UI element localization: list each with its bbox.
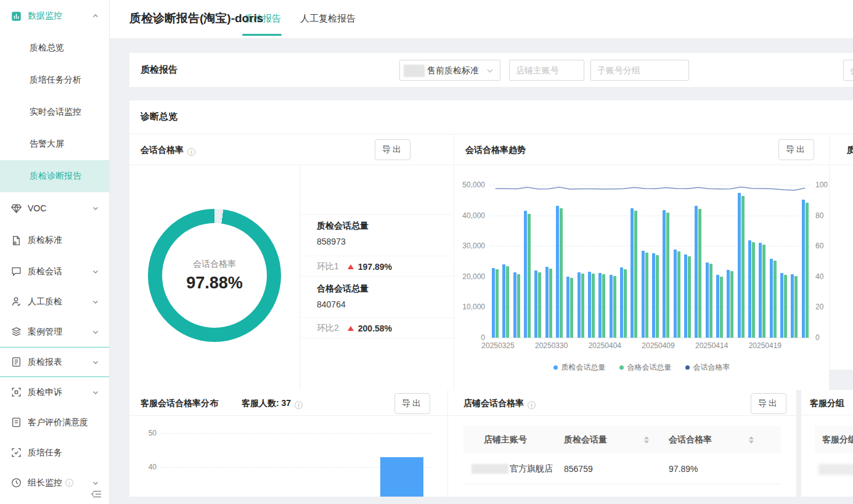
distribution-bar	[380, 457, 423, 497]
sidebar-item-质检诊断报告[interactable]: 质检诊断报告	[0, 160, 109, 192]
sidebar-item-告警大屏[interactable]: 告警大屏	[0, 128, 109, 160]
redacted-text	[471, 464, 508, 474]
clipped-card-title: 质	[847, 145, 853, 156]
export-button[interactable]: 导出	[375, 139, 410, 160]
x-axis-tick: 20250330	[530, 341, 573, 350]
compare-row: 环比1 197.89%	[317, 261, 392, 272]
sidebar: 数据监控质检总览质培任务分析实时会话监控告警大屏质检诊断报告VOC质检标准质检会…	[0, 0, 110, 504]
subaccount-group-input[interactable]	[590, 60, 689, 81]
sidebar-item-人工质检[interactable]: 人工质检	[0, 287, 109, 317]
y-axis-tick-left: 20,000	[454, 272, 485, 281]
sidebar-item-VOC[interactable]: VOC	[0, 192, 109, 224]
stat-label: 质检会话总量	[317, 221, 369, 232]
sidebar-item-label: 告警大屏	[30, 139, 64, 150]
sidebar-item-实时会话监控[interactable]: 实时会话监控	[0, 96, 109, 128]
sidebar-item-客户评价满意度[interactable]: 客户评价满意度	[0, 407, 109, 437]
divider	[801, 415, 853, 415]
legend-dot	[553, 365, 558, 370]
sidebar-item-质检标准[interactable]: 质检标准	[0, 224, 109, 256]
legend-dot	[619, 365, 624, 370]
info-icon[interactable]: i	[187, 148, 195, 156]
sort-icon[interactable]	[749, 436, 754, 444]
arrow-up-icon	[348, 326, 354, 331]
export-button[interactable]: 导出	[778, 139, 814, 160]
sidebar-item-label: 组长监控	[28, 478, 62, 489]
sort-icon[interactable]	[644, 436, 649, 444]
export-button[interactable]: 导出	[751, 393, 786, 414]
donut-value: 97.88%	[186, 274, 243, 293]
y-axis-tick-left: 50,000	[454, 181, 485, 189]
tab-manual-recheck-report[interactable]: 人工复检报告	[300, 13, 356, 25]
y-axis-tick: 50	[143, 429, 157, 437]
col-pass-rate: 会话合格率	[669, 434, 712, 445]
sidebar-item-label: 质检诊断报告	[30, 171, 81, 182]
pass-rate-line	[490, 185, 810, 338]
x-axis-tick: 20250414	[690, 341, 733, 350]
group-card-title: 客服分组	[810, 398, 844, 409]
chevron-down-icon	[92, 359, 99, 366]
sidebar-item-质培任务分析[interactable]: 质培任务分析	[0, 64, 109, 96]
y-axis-tick-left: 30,000	[454, 242, 485, 250]
shop-name: 官方旗舰店	[510, 463, 553, 474]
chevron-down-icon	[92, 389, 99, 396]
filter-panel: 质检报告 售前质检标准	[129, 53, 853, 87]
gridline	[490, 338, 810, 338]
table-row[interactable]: 官方旗舰店 856759 97.89%	[463, 453, 781, 484]
legend-dot	[685, 365, 690, 370]
sidebar-item-质检会话[interactable]: 质检会话	[0, 256, 109, 287]
arrow-up-icon	[348, 264, 354, 269]
filter-panel-title: 质检报告	[141, 64, 178, 76]
sidebar-item-数据监控[interactable]: 数据监控	[0, 0, 109, 32]
chevron-up-icon	[92, 12, 99, 20]
shop-pass-rate-card: 店铺会话合格率i 导出 店铺主账号 质检会话量 会话合格率 官方旗舰店 85	[448, 390, 796, 497]
sidebar-item-质检总览[interactable]: 质检总览	[0, 32, 109, 64]
background-gap	[829, 370, 853, 390]
sidebar-collapse-icon[interactable]	[91, 489, 102, 499]
sidebar-item-质培任务[interactable]: 质培任务	[0, 437, 109, 468]
info-icon: i	[65, 479, 73, 487]
sidebar-item-案例管理[interactable]: 案例管理	[0, 317, 109, 347]
overview-header: 诊断总览	[129, 100, 853, 134]
trend-chart: 50,00010040,0008030,0006020,0004010,0002…	[490, 185, 810, 338]
compare-row: 环比2 200.58%	[317, 323, 392, 334]
pass-rate-donut-chart: 会话合格率 97.88%	[148, 209, 281, 342]
shop-rate: 97.89%	[669, 453, 698, 484]
session-filter-input[interactable]	[843, 60, 853, 81]
redacted-text	[404, 65, 425, 77]
sidebar-item-label: 案例管理	[28, 327, 62, 338]
agent-count-label: 客服人数: 37	[242, 398, 291, 408]
sidebar-item-label: 质培任务分析	[30, 75, 81, 86]
agent-group-card: 客服分组 客服分组	[801, 390, 853, 497]
file-icon	[11, 417, 22, 428]
info-icon[interactable]: i	[528, 401, 536, 409]
sidebar-item-质检申诉[interactable]: 质检申诉	[0, 377, 109, 407]
clipped-right-card: 质	[829, 134, 853, 370]
sidebar-item-label: 质培任务	[28, 447, 62, 458]
stat-label: 合格会话总量	[317, 283, 369, 295]
sidebar-item-质检报表[interactable]: 质检报表	[0, 347, 109, 377]
sidebar-item-label: 质检申诉	[28, 387, 62, 398]
legend-item-会话合格率[interactable]: 会话合格率	[685, 362, 730, 373]
stat-value: 858973	[317, 237, 346, 246]
main-content: 质检报告 售前质检标准 诊断总览 会话合格率i 导出 会话合格率 97.	[110, 38, 853, 504]
document-icon	[11, 235, 22, 246]
shop-card-title: 店铺会话合格率	[463, 398, 524, 408]
diagnosis-overview-panel: 诊断总览 会话合格率i 导出 会话合格率 97.88% 质检会话总量 85897…	[129, 100, 853, 390]
distribution-card-title: 客服会话合格率分布	[141, 398, 218, 408]
shop-account-input[interactable]	[509, 60, 584, 81]
quality-standard-select[interactable]: 售前质检标准	[399, 60, 500, 81]
clock-icon	[11, 478, 22, 488]
col-shop-account: 店铺主账号	[484, 426, 527, 453]
task-icon	[11, 447, 22, 458]
chevron-down-icon	[92, 205, 99, 212]
info-icon[interactable]: i	[295, 401, 303, 409]
x-axis-tick: 20250325	[476, 341, 520, 350]
legend-item-质检会话总量[interactable]: 质检会话总量	[553, 362, 606, 373]
report-icon	[11, 357, 22, 367]
legend-item-合格会话总量[interactable]: 合格会话总量	[619, 362, 672, 373]
donut-label: 会话合格率	[193, 259, 236, 270]
y-axis-tick: 40	[143, 463, 157, 471]
col-inspect-volume: 质检会话量	[564, 434, 607, 445]
page-header: 质检诊断报告(淘宝)-doris 质检报告 人工复检报告	[110, 0, 853, 38]
export-button[interactable]: 导出	[394, 393, 430, 414]
